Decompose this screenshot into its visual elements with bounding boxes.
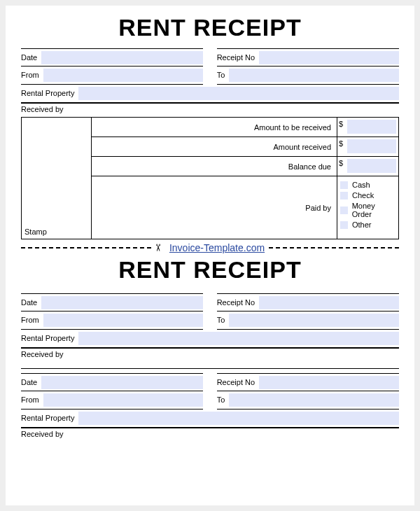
amount-received-label: Amount received — [92, 137, 337, 157]
rental-property-input-2b[interactable] — [78, 412, 399, 425]
date-input[interactable] — [41, 51, 203, 64]
to-field-2a[interactable]: To — [217, 312, 399, 330]
from-input[interactable] — [43, 69, 204, 82]
receipt-no-label-2b: Receipt No — [217, 374, 259, 391]
receipt-no-label-2a: Receipt No — [217, 294, 259, 311]
pay-other[interactable]: Other — [340, 220, 396, 229]
date-label-2a: Date — [21, 294, 41, 311]
to-label-2a: To — [217, 312, 230, 328]
from-input-2b[interactable] — [43, 393, 204, 407]
title-1: RENT RECEIPT — [21, 14, 399, 41]
receipt-no-input-2b[interactable] — [259, 376, 399, 389]
rental-property-field-2b[interactable]: Rental Property — [21, 410, 399, 428]
to-input-2b[interactable] — [229, 393, 399, 407]
to-input[interactable] — [229, 69, 399, 82]
stamp-cell[interactable]: Stamp — [22, 118, 92, 239]
cut-line: ✂ Invoice-Template.com — [21, 242, 399, 253]
rental-property-label-2a: Rental Property — [21, 330, 78, 346]
from-input-2a[interactable] — [43, 314, 204, 327]
pay-check[interactable]: Check — [340, 191, 396, 200]
to-field[interactable]: To — [217, 66, 399, 85]
pay-money-order[interactable]: Money Order — [340, 202, 396, 218]
checkbox-icon[interactable] — [340, 206, 348, 214]
from-field[interactable]: From — [21, 66, 203, 85]
date-field[interactable]: Date — [21, 48, 203, 66]
date-field-2b[interactable]: Date — [21, 373, 203, 391]
to-input-2a[interactable] — [229, 314, 399, 327]
receipt-no-input-2a[interactable] — [259, 296, 399, 309]
rental-property-field[interactable]: Rental Property — [21, 85, 399, 103]
rental-property-field-2a[interactable]: Rental Property — [21, 330, 399, 348]
stamp-label: Stamp — [24, 227, 47, 236]
rental-property-label-2b: Rental Property — [21, 410, 78, 426]
received-by-label-1: Received by — [21, 103, 399, 118]
from-field-2b[interactable]: From — [21, 391, 203, 410]
receipt-no-input[interactable] — [259, 51, 399, 64]
date-input-2b[interactable] — [41, 376, 203, 389]
amount-to-be-received-label: Amount to be received — [92, 118, 337, 137]
date-label: Date — [21, 49, 41, 66]
paid-by-options: Cash Check Money Order Other — [337, 176, 399, 239]
received-by-label-2a: Received by — [21, 348, 399, 369]
rental-property-input[interactable] — [78, 87, 399, 100]
paid-by-label: Paid by — [92, 176, 337, 239]
rental-property-input-2a[interactable] — [78, 332, 399, 345]
rent-receipt-page: RENT RECEIPT Date Receipt No From To — [6, 6, 414, 505]
amount-received-field[interactable]: $ — [337, 137, 399, 157]
amounts-table: Stamp Amount to be received $ Amount rec… — [21, 117, 399, 239]
from-label-2b: From — [21, 391, 43, 408]
balance-due-field[interactable]: $ — [337, 157, 399, 176]
amount-to-be-received-field[interactable]: $ — [337, 118, 399, 137]
invoice-template-link[interactable]: Invoice-Template.com — [165, 242, 269, 253]
receipt-no-label: Receipt No — [217, 49, 259, 66]
rental-property-label: Rental Property — [21, 85, 78, 102]
currency-1: $ — [339, 120, 346, 128]
receipt-no-field[interactable]: Receipt No — [217, 48, 399, 66]
receipt-no-field-2a[interactable]: Receipt No — [217, 293, 399, 312]
to-label-2b: To — [217, 391, 230, 408]
from-label-2a: From — [21, 312, 43, 328]
from-label: From — [21, 66, 43, 83]
date-input-2a[interactable] — [41, 296, 203, 309]
checkbox-icon[interactable] — [340, 221, 348, 229]
date-label-2b: Date — [21, 374, 41, 391]
to-label: To — [217, 66, 230, 83]
received-by-label-2b: Received by — [21, 428, 399, 442]
title-2: RENT RECEIPT — [21, 256, 399, 284]
checkbox-icon[interactable] — [340, 181, 348, 189]
pay-cash[interactable]: Cash — [340, 181, 396, 189]
receipt-no-field-2b[interactable]: Receipt No — [217, 373, 399, 391]
balance-due-label: Balance due — [92, 157, 337, 176]
from-field-2a[interactable]: From — [21, 312, 203, 330]
currency-3: $ — [339, 159, 346, 167]
currency-2: $ — [339, 139, 346, 148]
scissors-icon: ✂ — [153, 241, 164, 255]
to-field-2b[interactable]: To — [217, 391, 399, 410]
date-field-2a[interactable]: Date — [21, 293, 203, 312]
checkbox-icon[interactable] — [340, 192, 348, 200]
